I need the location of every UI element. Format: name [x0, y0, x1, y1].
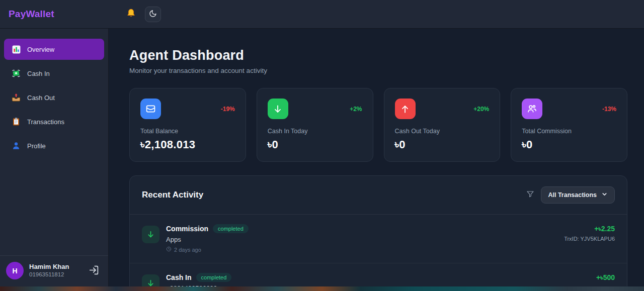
activity-row[interactable]: Commission completed Apps 2 days ago — [130, 215, 627, 263]
logout-button[interactable] — [88, 264, 100, 278]
stat-card-cash-out-today: +20% Cash Out Today ৳0 — [384, 88, 501, 162]
transaction-detail: +8801402586230 — [166, 284, 231, 286]
page-title: Agent Dashboard — [129, 48, 627, 63]
user-name: Hamim Khan — [29, 263, 82, 271]
stat-card-cash-in-today: +2% Cash In Today ৳0 — [257, 88, 373, 162]
stat-card-total-commission: -13% Total Commission ৳0 — [511, 88, 627, 162]
sidebar-item-overview[interactable]: Overview — [4, 39, 104, 60]
activity-filter-tools: All Transactions — [526, 186, 615, 204]
stat-value: ৳0 — [395, 138, 490, 151]
bar-chart-icon — [11, 44, 21, 54]
app-window: PayWallet — [0, 0, 644, 286]
transaction-amount: +৳500 — [596, 273, 615, 282]
user-phone: 01963511812 — [29, 271, 82, 278]
user-meta: Hamim Khan 01963511812 — [29, 263, 82, 278]
sidebar-item-label: Cash In — [27, 70, 50, 77]
stat-label: Total Balance — [140, 128, 235, 135]
users-icon — [522, 99, 542, 119]
topbar-actions — [109, 7, 161, 22]
sidebar-item-label: Cash Out — [27, 94, 55, 102]
status-badge: completed — [196, 273, 232, 282]
money-with-wings-icon — [11, 68, 21, 78]
recent-activity-header: Recent Activity All Transactions — [130, 176, 627, 215]
arrow-down-icon — [268, 99, 288, 119]
page-subtitle: Monitor your transactions and account ac… — [129, 67, 627, 74]
activity-row[interactable]: Cash In completed +8801402586230 +৳500 — [130, 263, 627, 286]
stat-change: -13% — [602, 106, 616, 113]
stat-label: Cash Out Today — [395, 128, 490, 135]
transaction-arrow-down-icon — [142, 226, 159, 243]
transaction-amount: +৳2.25 — [564, 224, 615, 233]
stat-value: ৳0 — [268, 138, 362, 151]
stat-cards: -19% Total Balance ৳2,108.013 +2% Cash I… — [129, 88, 627, 162]
chevron-down-icon — [601, 191, 608, 199]
arrow-up-icon — [395, 99, 416, 119]
sidebar-item-cash-in[interactable]: Cash In — [4, 63, 104, 84]
sidebar-user-section: H Hamim Khan 01963511812 — [0, 255, 108, 286]
moon-icon — [149, 10, 157, 19]
filter-icon — [526, 190, 534, 200]
filter-selected-value: All Transactions — [548, 191, 597, 199]
sidebar: Overview Cash In — [0, 29, 109, 286]
transaction-arrow-down-icon — [142, 274, 159, 286]
app-logo: PayWallet — [9, 9, 54, 19]
theme-toggle-button[interactable] — [145, 7, 161, 22]
stat-change: +2% — [350, 106, 362, 113]
topbar: PayWallet — [0, 0, 644, 29]
transactions-filter-select[interactable]: All Transactions — [541, 186, 615, 204]
sidebar-item-label: Transactions — [27, 118, 64, 126]
recent-activity-panel: Recent Activity All Transactions — [129, 175, 627, 286]
main-content: Agent Dashboard Monitor your transaction… — [109, 29, 644, 286]
stat-card-total-balance: -19% Total Balance ৳2,108.013 — [129, 88, 246, 162]
stat-value: ৳2,108.013 — [140, 138, 235, 151]
clock-icon — [166, 246, 172, 253]
sidebar-item-profile[interactable]: Profile — [4, 135, 104, 156]
logo-area: PayWallet — [0, 9, 109, 20]
avatar: H — [6, 262, 24, 279]
person-icon — [11, 141, 21, 151]
bell-icon — [126, 8, 136, 20]
sidebar-item-transactions[interactable]: Transactions — [4, 111, 104, 132]
clipboard-icon — [11, 117, 21, 127]
sidebar-item-label: Profile — [27, 142, 46, 150]
stat-label: Total Commission — [522, 128, 616, 135]
stat-change: +20% — [473, 106, 489, 113]
transaction-type: Commission — [166, 225, 208, 233]
transaction-type: Cash In — [166, 273, 192, 281]
status-badge: completed — [213, 224, 249, 233]
stat-label: Cash In Today — [268, 128, 362, 135]
sidebar-item-label: Overview — [27, 46, 54, 53]
outbox-tray-icon — [11, 92, 21, 103]
stat-change: -19% — [221, 106, 235, 113]
notifications-button[interactable] — [124, 7, 138, 21]
recent-activity-title: Recent Activity — [142, 190, 203, 200]
sidebar-nav: Overview Cash In — [0, 29, 108, 156]
transaction-id: TrxID: YJV5KLAPU6 — [564, 235, 615, 242]
transaction-detail: Apps — [166, 236, 249, 243]
transaction-time: 2 days ago — [174, 247, 201, 253]
sidebar-item-cash-out[interactable]: Cash Out — [4, 87, 104, 108]
logout-icon — [89, 265, 99, 277]
wallet-icon — [140, 99, 161, 119]
stat-value: ৳0 — [522, 138, 616, 151]
